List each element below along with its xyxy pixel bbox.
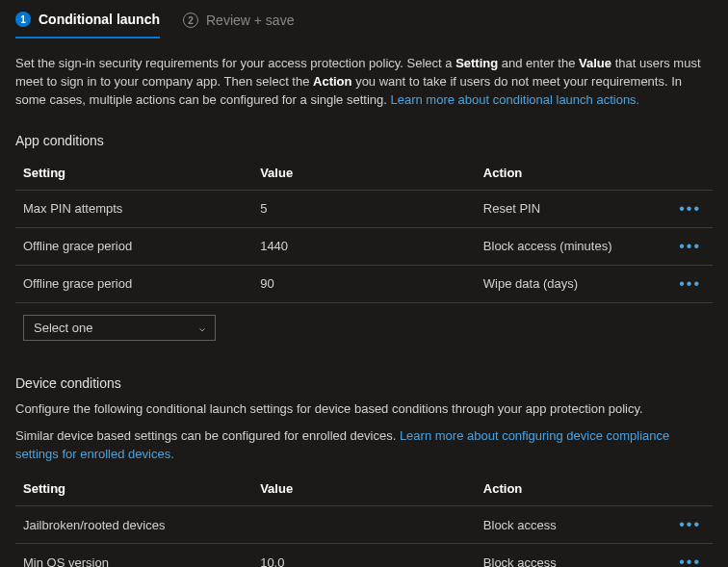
app-conditions-section: App conditions Setting Value Action Max … — [15, 133, 713, 341]
table-row: Offline grace period1440Block access (mi… — [15, 227, 713, 265]
row-menu-button[interactable]: ••• — [671, 190, 713, 227]
tab-label: Review + save — [206, 13, 294, 28]
header-setting: Setting — [15, 158, 252, 191]
table-row: Jailbroken/rooted devicesBlock access••• — [15, 506, 713, 544]
header-action: Action — [476, 474, 671, 506]
device-conditions-section: Device conditions Configure the followin… — [15, 375, 713, 567]
section-title: Device conditions — [15, 375, 713, 391]
cell-setting: Offline grace period — [15, 227, 252, 265]
cell-action: Wipe data (days) — [476, 265, 671, 302]
tab-conditional-launch[interactable]: 1 Conditional launch — [15, 12, 160, 39]
tab-review-save[interactable]: 2 Review + save — [183, 12, 294, 39]
cell-setting: Jailbroken/rooted devices — [15, 506, 252, 544]
row-menu-button[interactable]: ••• — [671, 506, 713, 544]
section-title: App conditions — [15, 133, 713, 148]
cell-action: Reset PIN — [476, 190, 671, 227]
cell-setting: Offline grace period — [15, 265, 252, 302]
cell-value: 5 — [252, 190, 476, 227]
header-value: Value — [252, 474, 476, 506]
tab-bar: 1 Conditional launch 2 Review + save — [0, 0, 728, 39]
cell-value: 90 — [252, 265, 476, 302]
row-menu-button[interactable]: ••• — [671, 544, 713, 567]
learn-more-launch-link[interactable]: Learn more about conditional launch acti… — [391, 92, 640, 107]
dropdown-label: Select one — [34, 321, 92, 335]
cell-setting: Min OS version — [15, 544, 252, 567]
cell-action: Block access — [476, 544, 671, 567]
content-area: Set the sign-in security requirements fo… — [0, 39, 728, 567]
device-conditions-table: Setting Value Action Jailbroken/rooted d… — [15, 474, 713, 567]
cell-value — [252, 506, 476, 544]
tab-step-number: 1 — [15, 12, 31, 27]
ellipsis-icon: ••• — [679, 200, 701, 217]
header-setting: Setting — [15, 474, 252, 506]
app-conditions-table: Setting Value Action Max PIN attempts5Re… — [15, 158, 713, 303]
table-row: Offline grace period90Wipe data (days)••… — [15, 265, 713, 302]
cell-action: Block access (minutes) — [476, 227, 671, 265]
ellipsis-icon: ••• — [679, 516, 701, 532]
device-desc-2: Similar device based settings can be con… — [15, 427, 713, 464]
app-conditions-add-dropdown[interactable]: Select one ⌵ — [23, 315, 216, 341]
table-row: Min OS version10.0Block access••• — [15, 544, 713, 567]
header-action: Action — [476, 158, 671, 191]
ellipsis-icon: ••• — [679, 275, 701, 292]
cell-setting: Max PIN attempts — [15, 190, 252, 227]
row-menu-button[interactable]: ••• — [671, 227, 713, 265]
cell-value: 1440 — [252, 227, 476, 265]
intro-text: Set the sign-in security requirements fo… — [15, 55, 713, 110]
tab-label: Conditional launch — [39, 12, 160, 27]
table-row: Max PIN attempts5Reset PIN••• — [15, 190, 713, 227]
chevron-down-icon: ⌵ — [199, 322, 205, 333]
device-desc-1: Configure the following conditional laun… — [15, 400, 713, 419]
header-value: Value — [252, 158, 476, 191]
cell-action: Block access — [476, 506, 671, 544]
cell-value: 10.0 — [252, 544, 476, 567]
row-menu-button[interactable]: ••• — [671, 265, 713, 302]
ellipsis-icon: ••• — [679, 238, 701, 254]
ellipsis-icon: ••• — [679, 554, 701, 567]
tab-step-number: 2 — [183, 13, 198, 28]
